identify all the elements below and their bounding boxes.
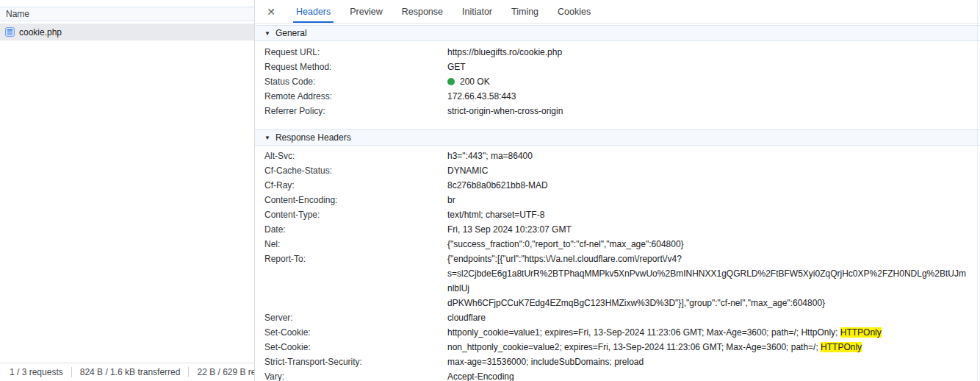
header-row: Referrer Policy:strict-origin-when-cross… xyxy=(255,104,980,118)
header-row: Request Method:GET xyxy=(255,60,980,74)
request-details-panel: ✕ Headers Preview Response Initiator Tim… xyxy=(254,0,980,381)
header-value: strict-origin-when-cross-origin xyxy=(447,104,980,118)
header-value: Fri, 13 Sep 2024 10:23:07 GMT xyxy=(447,222,980,237)
document-icon xyxy=(5,27,15,37)
header-value: text/html; charset=UTF-8 xyxy=(447,207,980,222)
section-header-general[interactable]: ▼ General xyxy=(255,25,980,41)
header-name: Referrer Policy: xyxy=(255,104,447,118)
collapse-arrow-icon: ▼ xyxy=(264,30,270,37)
status-ok-dot-icon xyxy=(447,78,455,85)
request-name-label: cookie.php xyxy=(19,27,62,38)
header-value: br xyxy=(447,193,980,207)
collapse-arrow-icon: ▼ xyxy=(264,135,270,141)
header-row: Vary:Accept-Encoding xyxy=(255,369,980,381)
search-highlight: HTTPOnly xyxy=(840,327,882,338)
header-name: Status Code: xyxy=(255,74,447,89)
header-value: DYNAMIC xyxy=(447,163,980,178)
header-name: Strict-Transport-Security: xyxy=(255,355,447,369)
header-name: Vary: xyxy=(255,369,447,381)
tab-cookies[interactable]: Cookies xyxy=(555,0,594,23)
header-value: https://bluegifts.ro/cookie.php xyxy=(447,45,980,60)
response-headers-rows: Alt-Svc:h3=":443"; ma=86400Cf-Cache-Stat… xyxy=(255,146,980,381)
header-row: Remote Address:172.66.43.58:443 xyxy=(255,89,980,104)
header-value: 200 OK xyxy=(447,74,980,89)
summary-separator xyxy=(188,367,189,377)
header-value-text: httponly_cookie=value1; expires=Fri, 13-… xyxy=(447,327,840,338)
header-name: Report-To: xyxy=(255,252,447,310)
header-row: Nel:{"success_fraction":0,"report_to":"c… xyxy=(255,237,980,252)
header-name: Set-Cookie: xyxy=(255,325,447,340)
header-name: Content-Type: xyxy=(255,207,447,222)
tab-response[interactable]: Response xyxy=(399,0,446,23)
section-header-response-headers[interactable]: ▼ Response Headers xyxy=(255,129,980,146)
header-row: Request URL:https://bluegifts.ro/cookie.… xyxy=(255,45,980,60)
header-row: Set-Cookie:non_httponly_cookie=value2; e… xyxy=(255,340,980,355)
scrollbar-track-edge xyxy=(977,0,978,381)
close-icon[interactable]: ✕ xyxy=(260,0,282,23)
general-rows: Request URL:https://bluegifts.ro/cookie.… xyxy=(255,41,980,125)
tab-timing[interactable]: Timing xyxy=(508,0,541,23)
header-name: Alt-Svc: xyxy=(255,149,447,163)
header-value: httponly_cookie=value1; expires=Fri, 13-… xyxy=(447,325,980,340)
request-list: cookie.php xyxy=(0,21,254,40)
tab-bar: ✕ Headers Preview Response Initiator Tim… xyxy=(255,0,980,24)
header-value: 8c276b8a0b621bb8-MAD xyxy=(447,178,980,193)
header-row: Set-Cookie:httponly_cookie=value1; expir… xyxy=(255,325,980,340)
tab-preview[interactable]: Preview xyxy=(347,0,385,23)
header-name: Remote Address: xyxy=(255,89,447,104)
request-row-cookie-php[interactable]: cookie.php xyxy=(0,24,254,40)
header-name: Request Method: xyxy=(255,60,447,74)
header-row: Content-Encoding:br xyxy=(255,193,980,207)
header-row: Report-To:{"endpoints":[{"url":"https:\/… xyxy=(255,252,980,310)
header-name: Set-Cookie: xyxy=(255,340,447,355)
search-highlight: HTTPOnly xyxy=(821,342,862,352)
header-row: Content-Type:text/html; charset=UTF-8 xyxy=(255,207,980,222)
header-value: {"endpoints":[{"url":"https:\/\/a.nel.cl… xyxy=(447,252,980,310)
column-header-name[interactable]: Name xyxy=(0,7,254,21)
header-row: Alt-Svc:h3=":443"; ma=86400 xyxy=(255,149,980,163)
header-name: Cf-Cache-Status: xyxy=(255,163,447,178)
header-value: 172.66.43.58:443 xyxy=(447,89,980,104)
summary-resources: 22 B / 629 B resources xyxy=(197,367,254,377)
column-header-name-label: Name xyxy=(6,9,29,19)
network-request-list-panel: Name cookie.php 1 / 3 requests 824 B / 1… xyxy=(0,0,254,381)
summary-requests-count: 1 / 3 requests xyxy=(10,367,63,377)
summary-separator xyxy=(71,367,72,377)
header-row: Date:Fri, 13 Sep 2024 10:23:07 GMT xyxy=(255,222,980,237)
section-title-response-headers: Response Headers xyxy=(275,132,351,143)
header-row: Status Code:200 OK xyxy=(255,74,980,89)
header-value: cloudflare xyxy=(447,310,980,325)
header-value: Accept-Encoding xyxy=(447,369,980,381)
header-name: Nel: xyxy=(255,237,447,252)
header-name: Cf-Ray: xyxy=(255,178,447,193)
header-name: Date: xyxy=(255,222,447,237)
header-value: non_httponly_cookie=value2; expires=Fri,… xyxy=(447,340,980,355)
header-value: max-age=31536000; includeSubDomains; pre… xyxy=(447,355,980,369)
header-value: {"success_fraction":0,"report_to":"cf-ne… xyxy=(447,237,980,252)
header-value: GET xyxy=(447,60,980,74)
tab-headers[interactable]: Headers xyxy=(293,0,334,23)
header-name: Server: xyxy=(255,310,447,325)
header-row: Cf-Ray:8c276b8a0b621bb8-MAD xyxy=(255,178,980,193)
tab-initiator[interactable]: Initiator xyxy=(459,0,495,23)
header-name: Request URL: xyxy=(255,45,447,60)
header-row: Cf-Cache-Status:DYNAMIC xyxy=(255,163,980,178)
header-name: Content-Encoding: xyxy=(255,193,447,207)
section-title-general: General xyxy=(275,28,307,38)
clipped-toolbar-edge xyxy=(0,0,254,7)
header-row: Server:cloudflare xyxy=(255,310,980,325)
network-summary-bar: 1 / 3 requests 824 B / 1.6 kB transferre… xyxy=(0,363,254,381)
summary-transferred: 824 B / 1.6 kB transferred xyxy=(80,367,181,377)
header-value-text: non_httponly_cookie=value2; expires=Fri,… xyxy=(447,342,821,352)
header-row: Strict-Transport-Security:max-age=315360… xyxy=(255,355,980,369)
header-value: h3=":443"; ma=86400 xyxy=(447,149,980,163)
